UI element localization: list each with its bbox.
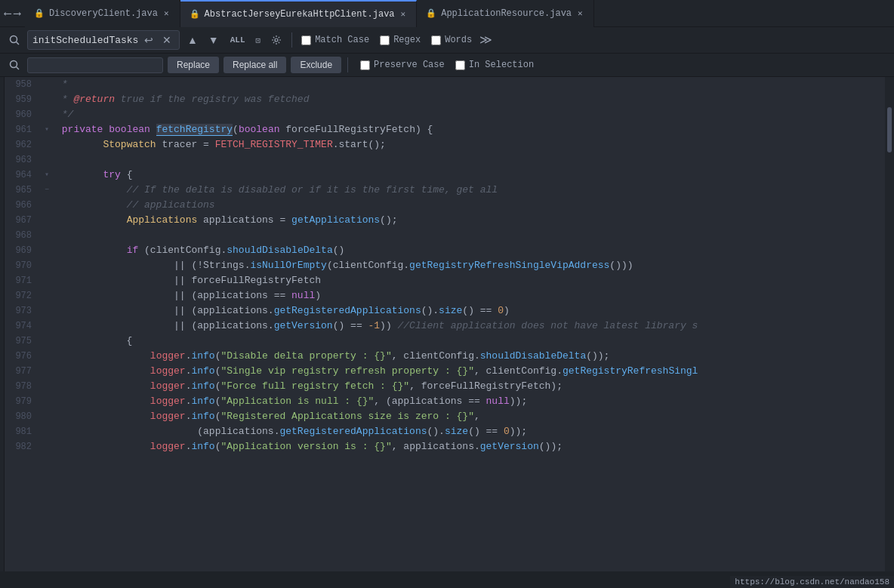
tab-close-icon[interactable]: ✕ (576, 7, 584, 20)
search-clear-button[interactable]: ✕ (159, 32, 174, 48)
fold-marker[interactable] (41, 107, 53, 122)
tab-discovery-client[interactable]: 🔒 DiscoveryClient.java ✕ (25, 0, 180, 27)
search-next-match-button[interactable]: ▼ (205, 32, 222, 48)
tab-lock-icon: 🔒 (34, 8, 45, 18)
fold-marker[interactable] (41, 137, 53, 152)
code-line: */ (53, 107, 885, 122)
code-token: applications = (197, 214, 291, 226)
scrollbar-thumb[interactable] (887, 107, 892, 152)
exclude-button[interactable]: Exclude (291, 57, 341, 73)
search-all-icon[interactable]: ALL (227, 33, 249, 47)
toolbar-separator-2 (347, 57, 348, 72)
code-token: { (121, 169, 133, 180)
replace-all-button[interactable]: Replace all (224, 57, 286, 73)
more-options-icon[interactable]: ≫ (476, 32, 495, 48)
code-line: logger.info("Single vip registry refresh… (53, 364, 885, 379)
code-token: * (56, 94, 73, 105)
search-settings-icon[interactable] (267, 32, 285, 48)
code-token: ()); (539, 441, 563, 452)
fold-marker[interactable]: ▾ (41, 122, 53, 137)
fold-marker[interactable] (41, 92, 53, 107)
code-line: // If the delta is disabled or if it is … (53, 183, 885, 198)
match-case-option[interactable]: Match Case (301, 35, 369, 45)
tab-close-icon[interactable]: ✕ (162, 7, 171, 20)
code-token: info (191, 441, 214, 452)
fold-marker[interactable] (41, 424, 53, 439)
code-lines[interactable]: * * @return true if the registry was fet… (53, 77, 885, 571)
code-token: (). (421, 305, 439, 316)
in-selection-option[interactable]: In Selection (455, 60, 534, 70)
code-token: logger (150, 441, 186, 452)
fold-marker[interactable] (41, 198, 53, 213)
toolbar-separator-1 (291, 32, 292, 48)
preserve-case-option[interactable]: Preserve Case (360, 60, 445, 70)
code-line: private boolean fetchRegistry(boolean fo… (53, 122, 885, 137)
fold-marker[interactable] (41, 334, 53, 349)
fold-marker[interactable] (41, 243, 53, 258)
fold-marker[interactable] (41, 319, 53, 334)
replace-button[interactable]: Replace (168, 57, 219, 73)
search-prev-button[interactable]: ↩ (141, 32, 156, 48)
regex-option[interactable]: Regex (380, 35, 421, 45)
tab-label: ApplicationResource.java (441, 8, 572, 19)
fold-marker[interactable] (41, 409, 53, 424)
regex-checkbox[interactable] (380, 35, 390, 45)
in-selection-checkbox[interactable] (455, 60, 465, 70)
nav-back-icon[interactable]: ⟵ (5, 7, 11, 20)
fold-marker[interactable] (41, 379, 53, 394)
fold-marker[interactable] (41, 152, 53, 168)
fold-marker[interactable] (41, 439, 53, 454)
match-case-checkbox[interactable] (301, 35, 311, 45)
code-token: , applications. (392, 441, 480, 452)
code-line: || (applications.getVersion() == -1)) //… (53, 319, 885, 334)
search-prev-match-button[interactable]: ▲ (184, 32, 201, 48)
tab-abstract-jersey[interactable]: 🔒 AbstractJerseyEurekaHttpClient.java ✕ (180, 0, 418, 27)
fold-marker[interactable] (41, 288, 53, 303)
words-checkbox[interactable] (431, 35, 441, 45)
fold-marker[interactable] (41, 213, 53, 228)
fold-marker[interactable] (41, 273, 53, 288)
code-token: info (191, 411, 214, 422)
code-token: , (474, 411, 480, 422)
fold-marker[interactable]: ▾ (41, 168, 53, 183)
fold-marker[interactable] (41, 349, 53, 364)
code-token: //Client application does not have lates… (398, 320, 698, 331)
search-input-wrapper: ↩ ✕ (27, 30, 180, 50)
code-token: getRegisteredApplications (274, 305, 421, 316)
search-toggle-icon[interactable] (6, 33, 23, 47)
code-token: info (191, 350, 214, 362)
search-selection-icon[interactable]: ⊡ (252, 33, 265, 48)
code-line: logger.info("Disable delta property : {}… (53, 349, 885, 364)
line-number: 975 (5, 334, 32, 349)
code-token: "Force full registry fetch : {}" (220, 380, 409, 392)
code-token: getVersion (274, 320, 333, 331)
replace-input[interactable] (32, 60, 138, 71)
fold-marker[interactable] (41, 364, 53, 379)
search-input[interactable] (32, 35, 138, 46)
line-number: 959 (5, 92, 32, 107)
code-line: Stopwatch tracer = FETCH_REGISTRY_TIMER.… (53, 137, 885, 152)
tab-close-icon[interactable]: ✕ (399, 8, 408, 20)
code-token: { (56, 335, 132, 346)
code-line: * @return true if the registry was fetch… (53, 92, 885, 107)
code-token (56, 441, 150, 452)
words-option[interactable]: Words (431, 35, 472, 45)
fold-marker[interactable] (41, 394, 53, 409)
line-number: 978 (5, 379, 32, 394)
tab-bar-actions: ⟵ ⟶ (0, 7, 25, 20)
search-action-group: ALL ⊡ (227, 32, 285, 48)
fold-marker[interactable] (41, 228, 53, 243)
nav-forward-icon[interactable]: ⟶ (14, 7, 20, 20)
fold-marker[interactable]: − (41, 183, 53, 198)
fold-marker[interactable] (41, 258, 53, 273)
fold-marker[interactable] (41, 77, 53, 92)
code-token: forceFullRegistryFetch) { (280, 124, 433, 135)
fold-marker[interactable] (41, 303, 53, 319)
code-token: || (applications. (56, 320, 274, 331)
preserve-case-checkbox[interactable] (360, 60, 370, 70)
tab-application-resource[interactable]: 🔒 ApplicationResource.java ✕ (417, 0, 593, 27)
tab-bar: ⟵ ⟶ 🔒 DiscoveryClient.java ✕ 🔒 AbstractJ… (0, 0, 894, 27)
scrollbar[interactable] (885, 77, 894, 571)
line-number: 964 (5, 168, 32, 183)
code-token: getRegisteredApplications (279, 426, 427, 437)
